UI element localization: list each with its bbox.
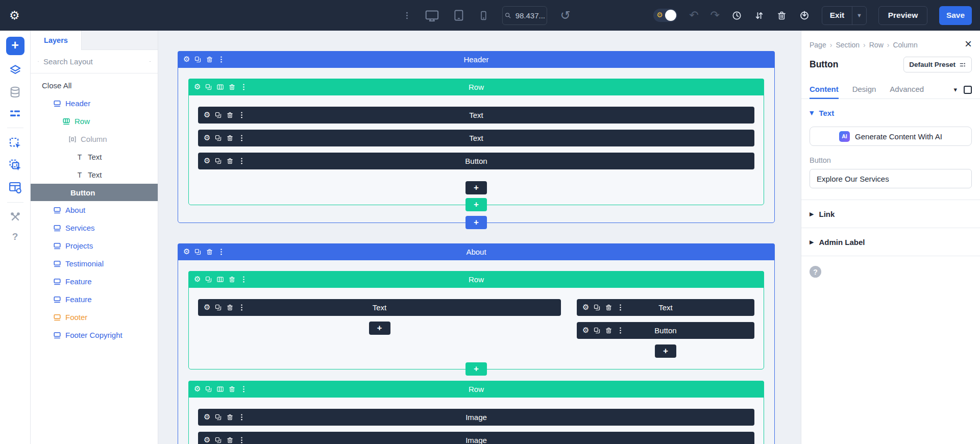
delete-icon[interactable] [228, 385, 236, 393]
help-icon[interactable]: ? [810, 266, 821, 278]
row-bar[interactable]: ⚙ Row [188, 381, 764, 398]
module-button[interactable]: ⚙ Button [198, 153, 754, 169]
more-options-icon[interactable] [240, 385, 248, 393]
layer-item-footer[interactable]: Footer [31, 308, 158, 326]
layer-item-row[interactable]: Row [31, 112, 158, 130]
layer-item-text[interactable]: TText [31, 166, 158, 184]
section-bar[interactable]: ⚙ About [178, 243, 775, 260]
more-options-icon[interactable] [403, 11, 411, 20]
desktop-view-icon[interactable] [425, 9, 439, 22]
more-options-icon[interactable] [617, 304, 624, 311]
exit-dropdown-caret[interactable]: ▼ [852, 7, 866, 24]
duplicate-icon[interactable] [214, 111, 222, 119]
more-options-icon[interactable] [217, 56, 225, 63]
builder-mode-toggle[interactable]: ⚙ [653, 9, 677, 22]
duplicate-icon[interactable] [214, 157, 222, 165]
delete-icon[interactable] [226, 134, 234, 142]
add-row-button[interactable]: + [465, 198, 487, 211]
chevron-down-icon[interactable]: ▾ [953, 86, 957, 93]
breadcrumb-column[interactable]: Column [893, 41, 917, 49]
settings-icon[interactable]: ⚙ [204, 157, 210, 165]
layers-icon[interactable] [9, 64, 22, 77]
layer-item-feature[interactable]: Feature [31, 273, 158, 290]
settings-icon[interactable]: ⚙ [204, 111, 210, 119]
duplicate-icon[interactable] [593, 304, 601, 311]
module-text[interactable]: ⚙ Text [198, 130, 754, 146]
add-row-button[interactable]: + [465, 362, 487, 376]
exit-button[interactable]: Exit [822, 7, 852, 24]
more-options-icon[interactable] [238, 304, 246, 311]
trash-icon[interactable] [776, 10, 787, 21]
delete-icon[interactable] [226, 436, 234, 444]
layer-item-services[interactable]: Services [31, 219, 158, 237]
settings-icon[interactable]: ⚙ [582, 327, 589, 334]
breadcrumb-page[interactable]: Page [810, 41, 836, 49]
tablet-view-icon[interactable] [453, 9, 465, 21]
portability-icon[interactable] [754, 10, 765, 21]
add-module-button[interactable]: + [655, 344, 676, 358]
settings-icon[interactable]: ⚙ [183, 248, 190, 256]
layer-item-about[interactable]: About [31, 201, 158, 219]
default-preset-button[interactable]: Default Preset [903, 57, 972, 72]
section-bar[interactable]: ⚙ Header [178, 51, 775, 68]
row-bar[interactable]: ⚙ Row [188, 79, 764, 95]
breadcrumb-section[interactable]: Section [836, 41, 869, 49]
link-group-toggle[interactable]: ▶ Link [810, 200, 972, 228]
phone-view-icon[interactable] [478, 10, 489, 21]
settings-icon[interactable]: ⚙ [183, 56, 190, 63]
zoom-level-field[interactable]: 98.437... [502, 6, 547, 25]
row-bar[interactable]: ⚙ Row [188, 271, 764, 288]
responsive-view-icon[interactable] [964, 86, 972, 94]
generate-ai-button[interactable]: AI Generate Content With AI [810, 127, 972, 146]
more-options-icon[interactable] [238, 157, 246, 165]
multi-select-icon[interactable] [9, 159, 22, 172]
delete-icon[interactable] [228, 83, 236, 91]
module-text[interactable]: ⚙ Text [198, 107, 754, 124]
more-options-icon[interactable] [240, 83, 248, 91]
redo-icon[interactable]: ↷ [710, 10, 720, 21]
duplicate-icon[interactable] [205, 385, 212, 393]
add-module-button[interactable]: + [465, 181, 487, 194]
settings-icon[interactable]: ⚙ [194, 276, 201, 283]
row-container[interactable]: ⚙ Row ⚙ [188, 381, 764, 444]
duplicate-icon[interactable] [593, 327, 601, 334]
more-options-icon[interactable] [240, 276, 248, 283]
module-text[interactable]: ⚙ Text [198, 299, 561, 316]
settings-icon[interactable]: ⚙ [204, 304, 210, 311]
more-options-icon[interactable] [238, 111, 246, 119]
module-text[interactable]: ⚙ Text [577, 299, 754, 316]
layer-item-feature[interactable]: Feature [31, 290, 158, 308]
module-image[interactable]: ⚙ Image [198, 432, 754, 444]
duplicate-icon[interactable] [214, 436, 222, 444]
text-group-toggle[interactable]: ▼ Text [810, 99, 972, 127]
duplicate-icon[interactable] [214, 304, 222, 311]
undo-icon[interactable]: ↶ [689, 10, 698, 21]
settings-icon[interactable]: ⚙ [204, 413, 210, 421]
delete-icon[interactable] [206, 248, 213, 256]
add-module-button[interactable]: + [369, 322, 390, 335]
condensed-list-icon[interactable] [9, 107, 21, 120]
add-section-button[interactable]: + [465, 216, 487, 229]
grid-settings-icon[interactable] [8, 181, 22, 194]
more-options-icon[interactable] [217, 248, 225, 256]
settings-icon[interactable]: ⚙ [194, 385, 201, 393]
more-options-icon[interactable] [238, 134, 246, 142]
more-options-icon[interactable] [238, 436, 246, 444]
module-button[interactable]: ⚙ Button [577, 322, 754, 339]
layer-item-column[interactable]: Column [31, 130, 158, 148]
delete-icon[interactable] [605, 327, 612, 334]
select-element-icon[interactable] [9, 137, 22, 150]
columns-icon[interactable] [216, 83, 224, 91]
help-icon[interactable]: ? [12, 231, 18, 242]
settings-icon[interactable]: ⚙ [204, 436, 210, 444]
save-button[interactable]: Save [939, 6, 972, 25]
layer-item-header[interactable]: Header [31, 94, 158, 112]
duplicate-icon[interactable] [214, 134, 222, 142]
delete-icon[interactable] [226, 304, 234, 311]
tab-content[interactable]: Content [810, 81, 839, 99]
section-header[interactable]: ⚙ Header ⚙ Row [178, 51, 775, 223]
tab-advanced[interactable]: Advanced [890, 81, 924, 99]
button-text-input[interactable] [810, 169, 972, 188]
tools-icon[interactable] [10, 211, 21, 223]
save-to-library-icon[interactable] [799, 10, 810, 21]
